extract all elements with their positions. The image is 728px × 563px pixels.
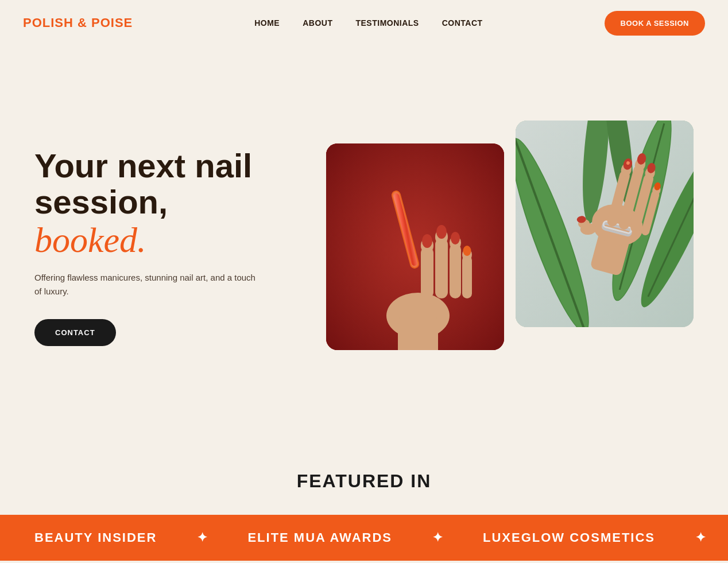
ticker-item-1: BEAUTY INSIDER xyxy=(0,530,191,545)
book-session-button[interactable]: BOOK A SESSION xyxy=(605,11,705,36)
nav-link-about[interactable]: ABOUT xyxy=(303,18,332,28)
svg-rect-7 xyxy=(435,238,448,298)
featured-section: FEATURED IN BEAUTY INSIDER ✦ ELITE MUA A… xyxy=(0,436,728,561)
nav-links: HOME ABOUT TESTIMONIALS CONTACT xyxy=(254,18,482,28)
brand-logo[interactable]: POLISH & POISE xyxy=(23,15,133,30)
ticker-banner: BEAUTY INSIDER ✦ ELITE MUA AWARDS ✦ LUXE… xyxy=(0,515,728,561)
navbar: POLISH & POISE HOME ABOUT TESTIMONIALS C… xyxy=(0,0,728,46)
hero-title-line2: session, xyxy=(34,183,168,220)
hero-image-right xyxy=(516,121,694,327)
nav-item-contact[interactable]: CONTACT xyxy=(442,18,483,28)
nail-hand-red-svg xyxy=(326,143,504,350)
nav-item-testimonials[interactable]: TESTIMONIALS xyxy=(355,18,419,28)
hero-title-script: booked. xyxy=(34,220,146,259)
nav-link-home[interactable]: HOME xyxy=(254,18,280,28)
nav-item-about[interactable]: ABOUT xyxy=(303,18,332,28)
nail-image-red-bg xyxy=(326,143,504,350)
svg-point-9 xyxy=(436,225,447,239)
svg-point-12 xyxy=(451,232,460,244)
nail-hand-green-svg xyxy=(516,121,694,327)
ticker-item-3: LUXEGLOW COSMETICS xyxy=(448,530,690,545)
featured-title: FEATURED IN xyxy=(0,471,728,492)
ticker-item-4: VIVID VOGUE WEEKLY xyxy=(711,530,728,545)
svg-point-15 xyxy=(463,246,471,256)
nav-item-home[interactable]: HOME xyxy=(254,18,280,28)
nav-link-contact[interactable]: CONTACT xyxy=(442,18,483,28)
hero-section: Your next nail session, booked. Offering… xyxy=(0,46,728,436)
nail-image-green-bg xyxy=(516,121,694,327)
ticker-item-2: ELITE MUA AWARDS xyxy=(213,530,427,545)
svg-rect-13 xyxy=(462,255,472,298)
hero-image-left xyxy=(326,143,504,350)
contact-button[interactable]: CONTACT xyxy=(34,319,116,346)
svg-point-6 xyxy=(422,234,432,248)
nav-link-testimonials[interactable]: TESTIMONIALS xyxy=(355,18,419,28)
svg-rect-10 xyxy=(450,244,461,298)
ticker-track: BEAUTY INSIDER ✦ ELITE MUA AWARDS ✦ LUXE… xyxy=(0,530,728,545)
hero-title: Your next nail session, booked. xyxy=(34,147,264,260)
hero-subtitle: Offering flawless manicures, stunning na… xyxy=(34,271,264,298)
svg-rect-4 xyxy=(421,247,433,298)
hero-title-line1: Your next nail xyxy=(34,147,252,184)
svg-rect-3 xyxy=(398,316,438,350)
hero-images xyxy=(326,121,694,350)
hero-text-block: Your next nail session, booked. Offering… xyxy=(34,125,264,347)
